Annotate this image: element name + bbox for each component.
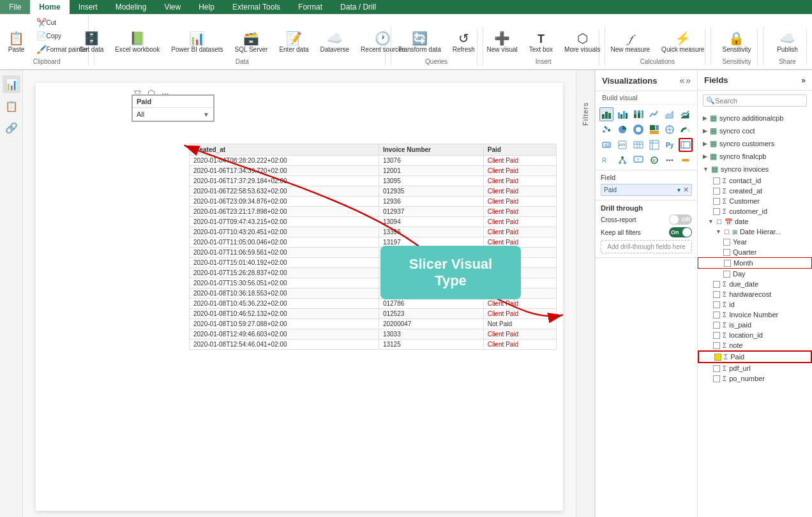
viz-area[interactable] [663, 107, 677, 121]
field-item[interactable]: Σ po_number [698, 373, 812, 384]
viz-line[interactable] [647, 107, 661, 121]
field-group-header-syncro_customers[interactable]: ▶ ▦ syncro customers [698, 137, 812, 150]
slicer-widget[interactable]: Paid All ▼ [132, 94, 214, 122]
field-checkbox[interactable] [713, 375, 720, 382]
publish-button[interactable]: ☁️ Publish [772, 29, 802, 56]
field-item[interactable]: Σ is_paid [698, 320, 812, 330]
drill-add-placeholder[interactable]: Add drill-through fields here [601, 240, 692, 253]
field-item[interactable]: Σ hardwarecost [698, 289, 812, 299]
sql-button[interactable]: 🗃️ SQL Server [230, 29, 273, 56]
viz-stacked-area[interactable] [679, 107, 693, 121]
viz-100-stacked-bar[interactable] [631, 107, 645, 121]
sub-field-item[interactable]: Quarter [698, 247, 812, 257]
field-item[interactable]: Σ Paid [698, 350, 812, 363]
field-item[interactable]: Σ customer_id [698, 206, 812, 216]
transform-button[interactable]: 🔄 Transform data [393, 29, 445, 56]
quick-measure-button[interactable]: ⚡ Quick measure [657, 29, 709, 56]
fields-expand-icon[interactable]: » [801, 76, 806, 85]
viz-clustered-bar[interactable] [615, 107, 629, 121]
viz-more-2[interactable] [679, 153, 693, 167]
sub-field-item[interactable]: Month [698, 257, 812, 269]
viz-treemap[interactable] [647, 123, 661, 137]
search-box[interactable]: 🔍 [703, 94, 807, 107]
viz-kpi[interactable]: KPI [615, 138, 629, 152]
more-visuals-button[interactable]: ⬡ More visuals [560, 29, 605, 56]
viz-card[interactable]: 42 [599, 138, 613, 152]
sub-field-checkbox[interactable] [723, 239, 730, 246]
field-item[interactable]: Σ location_id [698, 330, 812, 340]
tab-data-drill[interactable]: Data / Drill [331, 0, 385, 14]
viz-pie[interactable] [615, 123, 629, 137]
field-checkbox[interactable] [713, 281, 720, 288]
model-view-icon[interactable]: 🔗 [3, 119, 20, 137]
report-view-icon[interactable]: 📊 [3, 75, 20, 93]
viz-python-icon[interactable]: Py [663, 138, 677, 152]
field-checkbox[interactable] [713, 365, 720, 372]
tab-file[interactable]: File [0, 0, 30, 14]
field-checkbox[interactable] [713, 291, 720, 298]
viz-stacked-bar[interactable] [599, 107, 613, 121]
sub-field-checkbox[interactable] [723, 271, 730, 278]
field-pill-dropdown[interactable]: ▾ [677, 186, 680, 193]
excel-button[interactable]: 📗 Excel workbook [110, 29, 164, 56]
field-item[interactable]: Σ note [698, 340, 812, 350]
viz-scatter[interactable] [599, 123, 613, 137]
date-field-group[interactable]: ▼ ☐ 📅 date [698, 216, 812, 227]
filters-label[interactable]: Filters [582, 102, 589, 126]
field-checkbox[interactable] [713, 332, 720, 339]
sub-field-checkbox[interactable] [723, 249, 730, 256]
field-item[interactable]: Σ Customer [698, 196, 812, 206]
enter-data-button[interactable]: 📝 Enter data [274, 29, 313, 56]
slicer-dropdown-arrow[interactable]: ▼ [203, 111, 209, 118]
fields-search-input[interactable] [715, 97, 804, 105]
new-measure-button[interactable]: 𝑓 New measure [606, 31, 654, 56]
cross-report-toggle[interactable]: Off [669, 214, 692, 225]
get-data-button[interactable]: 🗄️ Get data [75, 29, 108, 56]
field-item[interactable]: Σ due_date [698, 279, 812, 289]
field-checkbox[interactable] [713, 322, 720, 329]
field-checkbox[interactable] [713, 198, 720, 205]
field-item[interactable]: Σ Invoice Number [698, 310, 812, 320]
field-group-header-syncro_additionalcpb[interactable]: ▶ ▦ syncro additionalcpb [698, 112, 812, 124]
slicer-body[interactable]: All ▼ [133, 108, 213, 121]
field-group-header-syncro_finalcpb[interactable]: ▶ ▦ syncro finalcpb [698, 150, 812, 163]
field-item[interactable]: Σ pdf_url [698, 363, 812, 373]
field-checkbox[interactable] [713, 177, 720, 184]
keep-filters-toggle[interactable]: On [669, 227, 692, 237]
field-group-header-syncro_coct[interactable]: ▶ ▦ syncro coct [698, 124, 812, 137]
power-bi-button[interactable]: 📊 Power BI datasets [167, 29, 227, 56]
field-pill[interactable]: Paid ▾ ✕ [601, 184, 692, 196]
field-checkbox[interactable] [713, 301, 720, 308]
field-item[interactable]: Σ contact_id [698, 176, 812, 186]
sub-field-item[interactable]: Year [698, 237, 812, 247]
viz-qa[interactable]: ? [631, 153, 645, 167]
field-checkbox[interactable] [714, 354, 721, 361]
text-box-button[interactable]: T Text box [525, 31, 557, 56]
hierarchy-group[interactable]: ▼ ☐ ⊞ Date Hierar... [698, 227, 812, 237]
field-checkbox[interactable] [713, 311, 720, 318]
sensitivity-button[interactable]: 🔒 Sensitivity [718, 29, 755, 56]
tab-home[interactable]: Home [30, 0, 69, 14]
viz-gauge[interactable] [679, 123, 693, 137]
tab-format[interactable]: Format [289, 0, 331, 14]
field-group-header-syncro_invoices[interactable]: ▼ ▦ syncro invoices [698, 163, 812, 176]
viz-table-icon[interactable] [631, 138, 645, 152]
dataverse-button[interactable]: ☁️ Dataverse [316, 29, 354, 56]
viz-map[interactable] [663, 123, 677, 137]
viz-decomp-tree[interactable] [615, 153, 629, 167]
field-checkbox[interactable] [713, 208, 720, 215]
sub-field-checkbox[interactable] [724, 260, 731, 267]
cut-button[interactable]: ✂️ Cut [33, 17, 91, 29]
field-checkbox[interactable] [713, 188, 720, 195]
field-item[interactable]: Σ created_at [698, 186, 812, 196]
field-pill-remove[interactable]: ✕ [683, 186, 689, 194]
tab-external-tools[interactable]: External Tools [223, 0, 289, 14]
viz-key-influencers[interactable]: K [647, 153, 661, 167]
tab-insert[interactable]: Insert [70, 0, 107, 14]
viz-matrix-icon[interactable] [647, 138, 661, 152]
viz-slicer-icon[interactable] [679, 138, 693, 152]
filters-panel[interactable]: Filters [576, 70, 595, 517]
viz-smart-narrative[interactable]: R [599, 153, 613, 167]
tab-help[interactable]: Help [190, 0, 223, 14]
sub-field-item[interactable]: Day [698, 269, 812, 279]
